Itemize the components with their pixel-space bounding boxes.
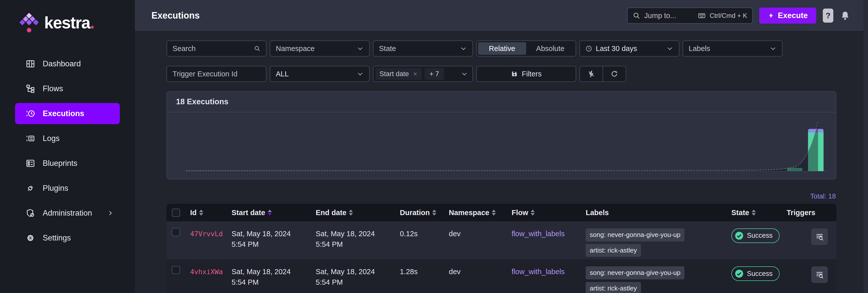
administration-icon [26,208,35,218]
jump-to-input[interactable] [644,11,693,20]
sidebar-item-logs[interactable]: Logs [15,128,120,149]
sidebar-item-label: Blueprints [43,159,78,168]
state-cell: Success [726,222,781,259]
execute-button[interactable]: Execute [759,7,816,24]
execution-id-link[interactable]: 4vhxiXWa [190,268,223,276]
kestra-logo-icon [19,12,39,33]
trigger-execution-id-filter[interactable] [166,66,267,82]
search-input[interactable] [173,45,254,53]
state-select[interactable]: State [373,40,473,57]
filters-row-2: ALL Start date + 7 [166,66,836,82]
sidebar-nav: Dashboard Flows Executions Logs [0,53,135,248]
column-header-labels: Labels [580,209,726,217]
column-header-id[interactable]: Id [185,209,226,217]
time-range-select[interactable]: Last 30 days [580,40,679,57]
sidebar-item-administration[interactable]: Administration [15,203,120,224]
sidebar-item-settings[interactable]: Settings [15,227,120,248]
flow-cell: flow_with_labels [506,259,580,293]
end-date-cell: Sat, May 18, 2024 5:54 PM [310,259,388,293]
executions-bar-chart[interactable] [167,112,836,179]
row-checkbox[interactable] [172,266,180,274]
scope-select[interactable]: ALL [270,66,370,82]
row-checkbox[interactable] [172,228,180,236]
column-header-duration[interactable]: Duration [394,209,443,217]
column-header-state[interactable]: State [726,209,781,217]
flows-icon [26,84,35,93]
labels-cell: song: never-gonna-give-you-up artist: ri… [580,259,726,293]
topbar: Executions Ctrl/Cmd + K Execute ? [135,0,868,32]
filters-row-1: Namespace State Relative Absolute Last [166,40,836,57]
sidebar: kestra. Dashboard Flows Executions [0,0,135,293]
sort-icon [268,210,272,215]
auto-refresh-off-button[interactable] [580,66,602,81]
executions-table: Id Start date End date Duration Namespac… [166,204,836,293]
chevron-down-icon [460,45,467,52]
execution-id-cell: 4vhxiXWa [185,259,226,293]
scrollbar[interactable] [864,0,868,293]
sort-icon [199,210,203,215]
trigger-execution-id-input[interactable] [173,70,260,78]
chart-card-header: 18 Executions [167,92,836,112]
flow-cell: flow_with_labels [506,222,580,259]
chart-title: 18 Executions [176,97,228,106]
plugins-icon [26,183,35,193]
flow-link[interactable]: flow_with_labels [512,230,565,238]
sort-icon [349,210,353,215]
jump-to-shortcut: Ctrl/Cmd + K [710,12,747,20]
sidebar-item-dashboard[interactable]: Dashboard [15,53,120,75]
trigger-logs-button[interactable] [811,266,828,283]
column-header-namespace[interactable]: Namespace [443,209,506,217]
search-filter[interactable] [166,40,267,57]
namespace-select[interactable]: Namespace [270,40,370,57]
settings-icon [26,233,35,243]
visible-columns-select[interactable]: Start date + 7 [373,66,473,82]
clock-icon [585,45,592,52]
select-all-cell [166,209,185,217]
column-header-flow[interactable]: Flow [506,209,580,217]
trigger-logs-icon [815,232,824,241]
column-header-end-date[interactable]: End date [310,209,394,217]
status-badge: Success [732,228,780,243]
execution-id-link[interactable]: 47VrvvLd [190,230,223,238]
chart-canvas [167,112,836,179]
sidebar-item-executions[interactable]: Executions [15,103,120,124]
trigger-logs-button[interactable] [811,228,828,245]
help-button[interactable]: ? [823,8,833,23]
label-chip: song: never-gonna-give-you-up [586,228,684,241]
select-all-checkbox[interactable] [172,209,180,217]
page-title: Executions [151,10,200,21]
flow-link[interactable]: flow_with_labels [512,268,565,276]
executions-chart-card: 18 Executions [166,91,836,179]
sidebar-item-plugins[interactable]: Plugins [15,178,120,199]
bolt-icon [768,12,774,19]
labels-select[interactable]: Labels [683,40,783,57]
more-tags-count: + 7 [425,68,444,80]
state-cell: Success [726,259,781,293]
sidebar-item-label: Executions [43,109,84,118]
chevron-down-icon [666,45,673,52]
namespace-cell: dev [443,222,506,259]
sidebar-item-label: Administration [43,209,92,217]
column-header-start-date[interactable]: Start date [226,209,310,217]
sidebar-item-label: Flows [43,84,63,93]
saved-filters-button[interactable]: Filters [476,66,576,82]
kestra-logo[interactable]: kestra. [19,12,135,33]
date-mode-toggle: Relative Absolute [476,40,576,57]
refresh-button-group [580,66,626,82]
sort-icon [432,210,436,215]
refresh-button[interactable] [602,66,626,81]
jump-to-search[interactable]: Ctrl/Cmd + K [627,7,753,24]
start-date-cell: Sat, May 18, 2024 5:54 PM [226,222,304,259]
logs-icon [26,134,35,143]
sort-icon [752,210,756,215]
notifications-bell-icon[interactable] [840,10,850,21]
cumulative-area [186,121,818,171]
close-icon[interactable] [412,71,418,77]
relative-toggle[interactable]: Relative [478,42,526,55]
triggers-cell [781,259,836,293]
sidebar-item-blueprints[interactable]: Blueprints [15,153,120,174]
chevron-down-icon [356,45,364,52]
absolute-toggle[interactable]: Absolute [526,42,575,55]
sidebar-item-flows[interactable]: Flows [15,78,120,99]
duration-cell: 1.28s [394,259,443,293]
